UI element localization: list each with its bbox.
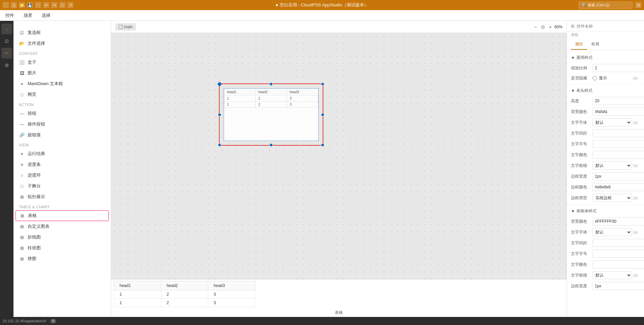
label-scale: 缩放比例	[571, 65, 591, 71]
sidebar-btn-layers[interactable]: ⊡	[1, 36, 12, 46]
section-general-style[interactable]: ▼ 通用样式	[567, 53, 644, 63]
panel-item-line-chart[interactable]: ⊞ 折线图	[13, 232, 111, 243]
section-body-style[interactable]: ▼ 表格体样式	[567, 206, 644, 216]
section-arrow-general: ▼	[571, 56, 575, 60]
handle-topleft-diamond[interactable]	[217, 82, 222, 86]
label-text-color: 文字颜色	[571, 152, 591, 158]
label-border-color: 边框颜色	[571, 184, 591, 190]
input-letter-spacing[interactable]	[592, 129, 644, 137]
canvas-toolbar: main − ⊙ + 60%	[111, 21, 567, 33]
right-panel-body: ▼ 通用样式 缩放比例 (x) 是否隐藏 显示 (x) ▼ 表头样式	[567, 50, 644, 317]
widget-name-input[interactable]	[577, 24, 640, 29]
panel-item-progress-bar[interactable]: ≡ 进度条	[13, 159, 111, 170]
panel-item-label-checkbox: 复选框	[28, 30, 41, 36]
section-arrow-header: ▼	[571, 88, 575, 93]
canvas-td-r1c2: 2	[256, 96, 287, 102]
input-text-color[interactable]	[592, 151, 644, 159]
panel-item-custom-chart[interactable]: ⊞ 自定义图表	[13, 221, 111, 232]
icon-sidebar: ⌂ ⊡ ✂ ⚙	[0, 21, 13, 317]
panel-item-sub-stage[interactable]: □ 子舞台	[13, 181, 111, 191]
input-height[interactable]	[592, 97, 644, 105]
panel-item-label-progress-ring: 进度环	[28, 172, 41, 178]
menu-select[interactable]: 选择	[40, 11, 52, 20]
search-bar[interactable]: 🔍 搜索 (Ctrl+Q)	[579, 2, 633, 9]
new-btn[interactable]: ◻	[11, 2, 17, 8]
panel-item-box[interactable]: ⬜ 盒子	[13, 57, 111, 68]
save-btn[interactable]: 💾	[27, 2, 33, 8]
form-row-body-font: 文字字体 默认 (x)	[567, 227, 644, 238]
more-btn[interactable]: ⋯	[35, 2, 41, 8]
handle-bot-center[interactable]	[269, 143, 273, 147]
handle-bot-left[interactable]	[218, 143, 221, 147]
input-bg-color[interactable]	[592, 108, 644, 116]
preview-th-3: head3	[208, 281, 255, 290]
form-row-scale: 缩放比例 (x)	[567, 63, 644, 73]
handle-mid-left[interactable]	[218, 113, 221, 116]
select-body-font[interactable]: 默认	[592, 228, 632, 236]
section-title-table-chart: TABLE & CHART	[13, 202, 111, 210]
input-body-text-color[interactable]	[592, 260, 644, 268]
panel-item-progress-ring[interactable]: ○ 进度环	[13, 170, 111, 181]
webpage-icon: □	[19, 92, 25, 98]
input-body-letter-spacing[interactable]	[592, 239, 644, 247]
canvas-widget-container[interactable]: head1 head2 head3 1 2 3	[219, 83, 323, 146]
preview-btn[interactable]: □	[59, 2, 65, 8]
section-header-style[interactable]: ▼ 表头样式	[567, 86, 644, 96]
input-scale[interactable]	[592, 64, 644, 72]
handle-mid-right[interactable]	[321, 113, 324, 116]
input-body-font-size[interactable]	[592, 250, 644, 258]
panel-item-topology[interactable]: ⊞ 拓扑展示	[13, 191, 111, 202]
handle-top-center[interactable]	[269, 82, 273, 86]
handle-bot-right[interactable]	[321, 143, 324, 147]
panel-item-label-topology: 拓扑展示	[28, 194, 45, 200]
select-font-weight[interactable]: 默认	[592, 161, 632, 170]
select-font[interactable]: 默认	[592, 118, 632, 127]
tab-layout[interactable]: 布局	[587, 39, 603, 50]
menu-controls[interactable]: 控件	[4, 11, 15, 20]
label-body-font: 文字字体	[571, 229, 591, 235]
panel-item-webpage[interactable]: □ 网页	[13, 89, 111, 100]
window-btn[interactable]: ⊡	[635, 2, 641, 8]
bottom-preview-panel: head1 head2 head3 1 2 3	[111, 279, 567, 317]
run-result-icon: ≡	[19, 151, 25, 157]
select-body-font-weight[interactable]: 默认	[592, 271, 632, 279]
canvas-th-1: head1	[224, 89, 256, 96]
input-font-size[interactable]	[592, 140, 644, 148]
input-body-border-width[interactable]	[592, 282, 644, 290]
panel-item-bar-chart[interactable]: ⊞ 柱状图	[13, 243, 111, 253]
canvas-content[interactable]: head1 head2 head3 1 2 3	[111, 33, 567, 317]
sidebar-btn-home[interactable]: ⌂	[1, 24, 12, 34]
sidebar-btn-settings[interactable]: ⚙	[1, 60, 12, 71]
undo-btn[interactable]: ↩	[43, 2, 49, 8]
panel-item-table[interactable]: ⊞ 表格	[15, 210, 109, 221]
panel-item-run-result[interactable]: ≡ 运行结果	[13, 148, 111, 159]
panel-item-action-button[interactable]: — 操作按钮	[13, 119, 111, 130]
zoom-fit-btn[interactable]: ⊙	[540, 24, 546, 30]
radio-hidden-off[interactable]	[592, 76, 597, 80]
zoom-out-btn[interactable]: −	[533, 24, 538, 30]
panel-item-label-sub-stage: 子舞台	[28, 183, 41, 189]
export-btn[interactable]: ↗	[67, 2, 73, 8]
tab-properties[interactable]: 属性	[571, 39, 587, 50]
handle-top-right[interactable]	[321, 82, 324, 86]
panel-item-hyperlink[interactable]: 🔗 超链接	[13, 130, 111, 140]
input-border-color[interactable]	[592, 183, 644, 191]
panel-item-image[interactable]: 🖼 图片	[13, 68, 111, 78]
input-body-bg-color[interactable]	[592, 217, 644, 225]
sidebar-btn-widgets[interactable]: ✂	[1, 48, 12, 59]
panel-item-file-select[interactable]: 📂 文件选择	[13, 38, 111, 49]
progress-bar-icon: ≡	[19, 161, 25, 168]
panel-item-label-run-result: 运行结果	[28, 151, 45, 157]
open-btn[interactable]: 📁	[19, 2, 25, 8]
panel-item-checkbox[interactable]: ☑ 复选框	[13, 27, 111, 38]
label-body-bg-color: 背景颜色	[571, 219, 591, 224]
canvas-tab-main[interactable]: main	[115, 23, 136, 31]
panel-item-markdown[interactable]: ≡ MarkDown 文本框	[13, 78, 111, 89]
menu-scene[interactable]: 场景	[22, 11, 34, 20]
zoom-in-btn[interactable]: +	[548, 24, 553, 30]
select-border-type[interactable]: 实线边框	[592, 194, 632, 202]
panel-item-button[interactable]: — 按钮	[13, 108, 111, 119]
panel-item-pie-chart[interactable]: ⊞ 饼图	[13, 253, 111, 264]
input-border-width[interactable]	[592, 172, 644, 180]
redo-btn[interactable]: ↪	[51, 2, 57, 8]
